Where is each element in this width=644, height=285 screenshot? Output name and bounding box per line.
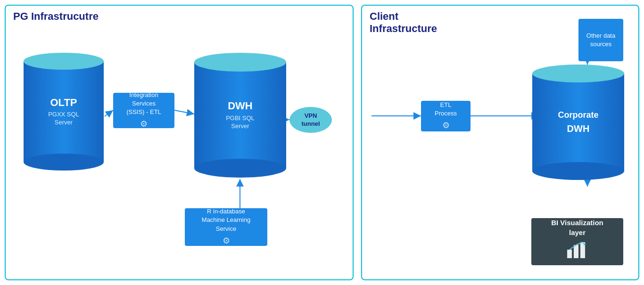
- pg-infrastructure-section: PG Infrastrucutre OLTP PGXX SQLServer In…: [5, 5, 354, 280]
- client-infrastructure-section: ClientInfrastructure Other data sources …: [361, 5, 639, 280]
- corp-label-main: Corporate: [558, 110, 598, 121]
- oltp-label-main: OLTP: [50, 97, 77, 109]
- diagram-wrapper: PG Infrastrucutre OLTP PGXX SQLServer In…: [5, 5, 639, 280]
- corporate-dwh-cylinder: Corporate DWH: [532, 65, 624, 180]
- corp-cylinder-top: [532, 65, 624, 82]
- dwh-cylinder-body: DWH PGBI SQLServer: [194, 62, 286, 168]
- oltp-label-sub: PGXX SQLServer: [48, 111, 79, 127]
- dwh-cylinder-bottom: [194, 159, 286, 178]
- etl-label: ETLProcess: [435, 101, 457, 118]
- integration-label: IntegrationServices(SSIS) - ETL: [126, 91, 161, 117]
- svg-line-2: [174, 110, 194, 114]
- r-database-label: R in-databaseMachine LearningService: [202, 207, 250, 233]
- integration-services-box: IntegrationServices(SSIS) - ETL ⚙: [113, 93, 174, 128]
- gear-icon-rdb: ⚙: [223, 235, 230, 247]
- oltp-cylinder-top: [24, 53, 104, 70]
- gear-icon-etl: ⚙: [442, 120, 450, 131]
- dwh-cylinder: DWH PGBI SQLServer: [194, 53, 286, 178]
- corp-cylinder-bottom: [532, 162, 624, 180]
- client-inner: Other data sources ETLProcess ⚙ Corporat…: [367, 10, 634, 275]
- corp-label-sub: DWH: [567, 122, 590, 135]
- svg-rect-6: [574, 245, 578, 258]
- vpn-tunnel: VPNtunnel: [289, 107, 332, 133]
- bar-chart-icon: [566, 241, 589, 265]
- oltp-cylinder-bottom: [24, 154, 104, 171]
- bi-label: BI Visualizationlayer: [551, 218, 603, 237]
- oltp-cylinder: OLTP PGXX SQLServer: [24, 53, 104, 171]
- vpn-label: VPNtunnel: [302, 112, 320, 128]
- other-sources-label: Other data sources: [582, 32, 619, 49]
- svg-line-1: [105, 110, 113, 116]
- dwh-cylinder-top: [194, 53, 286, 72]
- r-database-box: R in-databaseMachine LearningService ⚙: [185, 208, 267, 246]
- dwh-label-main: DWH: [228, 100, 253, 112]
- etl-process-box: ETLProcess ⚙: [421, 101, 471, 131]
- gear-icon-integration: ⚙: [140, 118, 148, 130]
- other-data-sources-box: Other data sources: [578, 19, 623, 61]
- pg-inner: OLTP PGXX SQLServer IntegrationServices(…: [10, 10, 348, 275]
- bi-visualization-box: BI Visualizationlayer: [531, 218, 623, 265]
- dwh-label-sub: PGBI SQLServer: [226, 114, 255, 130]
- oltp-cylinder-body: OLTP PGXX SQLServer: [24, 61, 104, 162]
- svg-rect-5: [567, 250, 572, 258]
- corp-cylinder-body: Corporate DWH: [532, 73, 624, 171]
